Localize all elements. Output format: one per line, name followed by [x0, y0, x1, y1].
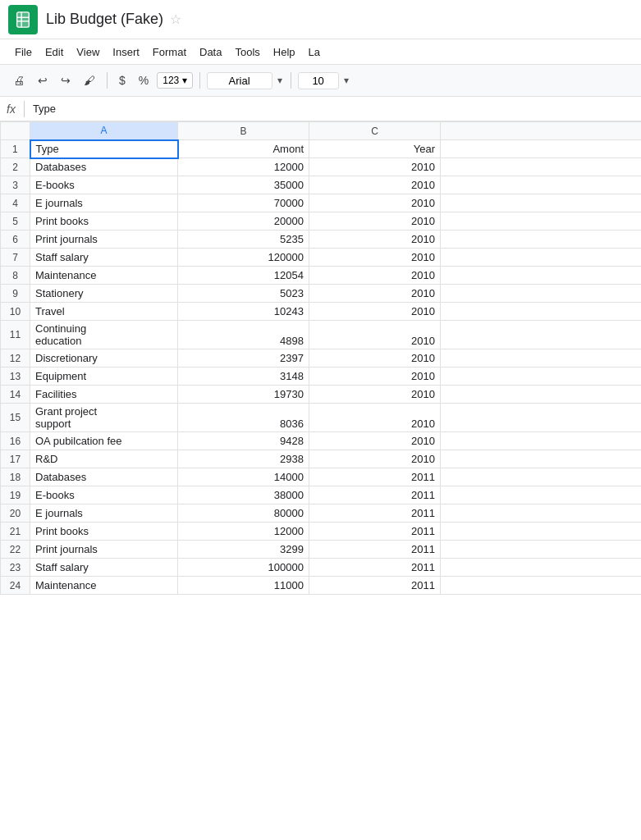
cell-amount[interactable]: 100000	[178, 559, 309, 577]
cell-type[interactable]: Print books	[30, 212, 178, 231]
paint-format-button[interactable]: 🖌	[79, 71, 100, 90]
print-button[interactable]: 🖨	[8, 71, 30, 90]
cell-type[interactable]: E-books	[30, 176, 178, 194]
menu-view[interactable]: View	[70, 43, 106, 62]
percent-button[interactable]: %	[134, 71, 153, 90]
cell-amount[interactable]: 12000	[178, 523, 309, 541]
cell-year[interactable]: 2010	[309, 176, 441, 194]
cell-year[interactable]: 2010	[309, 231, 441, 249]
cell-amount[interactable]: 20000	[178, 212, 309, 231]
cell-amount[interactable]: 2397	[178, 349, 309, 368]
cell-amount[interactable]: 80000	[178, 504, 309, 523]
cell-type[interactable]: E-books	[30, 486, 178, 504]
cell-amount[interactable]: 2938	[178, 450, 309, 468]
menu-more[interactable]: La	[302, 43, 327, 62]
menu-tools[interactable]: Tools	[228, 43, 266, 62]
table-row: 7Staff salary1200002010	[1, 249, 642, 267]
cell-type[interactable]: Staff salary	[30, 249, 178, 267]
cell-year[interactable]: 2010	[309, 450, 441, 468]
cell-amount[interactable]: 19730	[178, 386, 309, 404]
cell-year[interactable]: 2010	[309, 267, 441, 285]
cell-type[interactable]: Grant project support	[30, 404, 178, 432]
cell-amount[interactable]: 3299	[178, 541, 309, 559]
menu-format[interactable]: Format	[146, 43, 193, 62]
cell-type[interactable]: Facilities	[30, 386, 178, 404]
cell-year[interactable]: 2010	[309, 285, 441, 303]
currency-button[interactable]: $	[114, 71, 130, 90]
cell-year[interactable]: 2010	[309, 249, 441, 267]
cell-type[interactable]: Stationery	[30, 285, 178, 303]
font-size-dropdown-arrow[interactable]: ▾	[342, 75, 350, 86]
cell-type[interactable]: R&D	[30, 450, 178, 468]
cell-amount[interactable]: 12000	[178, 158, 309, 176]
cell-year[interactable]: 2011	[309, 523, 441, 541]
cell-extra	[441, 267, 642, 285]
cell-type[interactable]: E journals	[30, 504, 178, 523]
formula-content[interactable]: Type	[33, 103, 56, 115]
col-header-d[interactable]	[441, 122, 642, 140]
cell-amount[interactable]: 70000	[178, 194, 309, 212]
cell-amount[interactable]: 120000	[178, 249, 309, 267]
redo-button[interactable]: ↪	[56, 71, 76, 90]
cell-type[interactable]: OA pubilcation fee	[30, 432, 178, 450]
menu-insert[interactable]: Insert	[106, 43, 146, 62]
cell-type[interactable]: Print journals	[30, 541, 178, 559]
menu-data[interactable]: Data	[193, 43, 228, 62]
font-selector[interactable]: Arial	[207, 72, 272, 89]
cell-amount[interactable]: 9428	[178, 432, 309, 450]
font-dropdown-arrow[interactable]: ▾	[276, 75, 284, 86]
font-size-selector[interactable]: 10	[298, 72, 339, 89]
star-icon[interactable]: ☆	[170, 11, 181, 27]
cell-amount[interactable]: 11000	[178, 577, 309, 595]
cell-type[interactable]: Databases	[30, 158, 178, 176]
col-header-c[interactable]: C	[309, 122, 441, 140]
cell-type[interactable]: Databases	[30, 468, 178, 486]
cell-year[interactable]: 2011	[309, 577, 441, 595]
cell-year[interactable]: 2010	[309, 404, 441, 432]
menu-help[interactable]: Help	[267, 43, 302, 62]
cell-type[interactable]: Print books	[30, 523, 178, 541]
number-format-button[interactable]: 123 ▾	[157, 72, 192, 89]
cell-year[interactable]: 2010	[309, 303, 441, 321]
cell-amount[interactable]: 3148	[178, 368, 309, 386]
cell-amount[interactable]: Amont	[178, 140, 309, 158]
cell-year[interactable]: 2011	[309, 468, 441, 486]
undo-button[interactable]: ↩	[33, 71, 53, 90]
cell-type[interactable]: Maintenance	[30, 267, 178, 285]
col-header-a[interactable]: A	[30, 122, 178, 140]
cell-year[interactable]: 2011	[309, 559, 441, 577]
cell-amount[interactable]: 38000	[178, 486, 309, 504]
cell-amount[interactable]: 5235	[178, 231, 309, 249]
cell-year[interactable]: 2011	[309, 486, 441, 504]
cell-year[interactable]: 2010	[309, 321, 441, 349]
cell-amount[interactable]: 5023	[178, 285, 309, 303]
cell-type[interactable]: Travel	[30, 303, 178, 321]
cell-year[interactable]: 2010	[309, 212, 441, 231]
cell-amount[interactable]: 10243	[178, 303, 309, 321]
menu-file[interactable]: File	[8, 43, 39, 62]
cell-type[interactable]: Maintenance	[30, 577, 178, 595]
cell-year[interactable]: 2010	[309, 158, 441, 176]
cell-amount[interactable]: 12054	[178, 267, 309, 285]
cell-type[interactable]: E journals	[30, 194, 178, 212]
cell-amount[interactable]: 35000	[178, 176, 309, 194]
cell-year[interactable]: 2010	[309, 349, 441, 368]
cell-amount[interactable]: 4898	[178, 321, 309, 349]
cell-type[interactable]: Discretionary	[30, 349, 178, 368]
cell-type[interactable]: Staff salary	[30, 559, 178, 577]
cell-amount[interactable]: 14000	[178, 468, 309, 486]
cell-year[interactable]: 2010	[309, 386, 441, 404]
cell-type[interactable]: Type	[30, 140, 178, 158]
cell-year[interactable]: Year	[309, 140, 441, 158]
cell-year[interactable]: 2010	[309, 194, 441, 212]
cell-year[interactable]: 2011	[309, 541, 441, 559]
cell-type[interactable]: Equipment	[30, 368, 178, 386]
cell-year[interactable]: 2010	[309, 432, 441, 450]
menu-edit[interactable]: Edit	[39, 43, 70, 62]
cell-type[interactable]: Continuing education	[30, 321, 178, 349]
cell-type[interactable]: Print journals	[30, 231, 178, 249]
cell-year[interactable]: 2011	[309, 504, 441, 523]
col-header-b[interactable]: B	[178, 122, 309, 140]
cell-year[interactable]: 2010	[309, 368, 441, 386]
cell-amount[interactable]: 8036	[178, 404, 309, 432]
